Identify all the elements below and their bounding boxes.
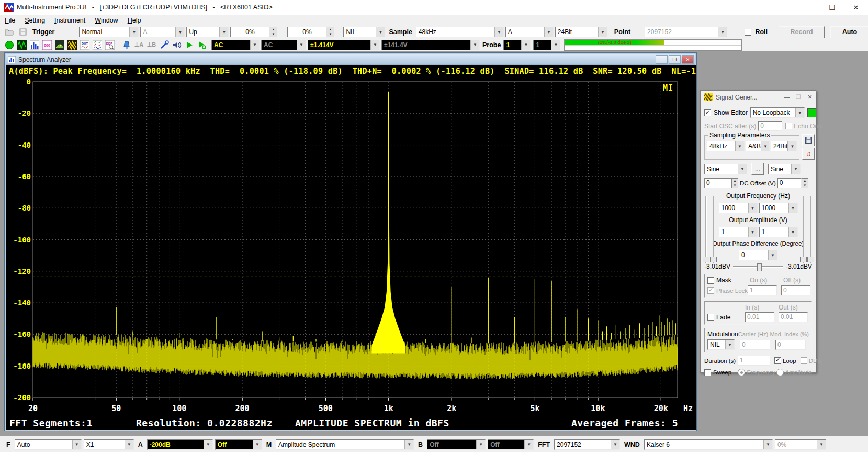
- child-close-button[interactable]: ✕: [682, 55, 694, 64]
- frequency-axis-combo[interactable]: Auto▼: [15, 439, 82, 450]
- spin-down-button[interactable]: ▼: [732, 183, 738, 188]
- ground-b-icon[interactable]: ⊥B: [145, 40, 157, 50]
- fade-checkbox[interactable]: [707, 314, 714, 321]
- chevron-down-icon[interactable]: ▼: [524, 440, 533, 449]
- menu-file[interactable]: File: [0, 16, 20, 25]
- trigger-delay-spinner[interactable]: 0%▲▼: [287, 27, 334, 37]
- freq-slider-a[interactable]: [702, 196, 709, 263]
- chevron-down-icon[interactable]: ▼: [297, 40, 306, 50]
- amplitude-a-combo[interactable]: 1▼: [719, 227, 758, 237]
- chevron-down-icon[interactable]: ▼: [817, 440, 826, 449]
- child-minimize-button[interactable]: –: [656, 55, 668, 64]
- panel-close-button[interactable]: ✕: [804, 94, 816, 101]
- echo-only-checkbox[interactable]: [785, 123, 792, 129]
- device-test-plan-icon[interactable]: DUT: [78, 40, 91, 50]
- chevron-down-icon[interactable]: ▼: [476, 440, 485, 449]
- auto-button[interactable]: Auto: [830, 26, 868, 38]
- chevron-down-icon[interactable]: ▼: [611, 440, 619, 449]
- chevron-down-icon[interactable]: ▼: [735, 141, 744, 151]
- chevron-down-icon[interactable]: ▼: [544, 27, 553, 37]
- chevron-down-icon[interactable]: ▼: [768, 250, 777, 260]
- coupling-b-combo[interactable]: AC▼: [261, 40, 306, 50]
- chevron-down-icon[interactable]: ▼: [763, 440, 772, 449]
- gen-channels-combo[interactable]: A&B▼: [746, 141, 770, 151]
- play-note-button[interactable]: ♫: [802, 148, 815, 160]
- start-osc-input[interactable]: 0: [758, 121, 782, 131]
- chevron-down-icon[interactable]: ▼: [253, 440, 262, 449]
- menu-setting[interactable]: Setting: [20, 16, 50, 25]
- save-signal-button[interactable]: [802, 134, 815, 146]
- gen-bits-combo[interactable]: 24Bit▼: [771, 141, 797, 151]
- gen-rate-combo[interactable]: 48kHz▼: [707, 141, 745, 151]
- trigger-level-spinner[interactable]: 0%▲▼: [230, 27, 277, 37]
- open-file-icon[interactable]: [3, 27, 15, 37]
- run-icon[interactable]: [183, 40, 195, 50]
- trigger-hpf-combo[interactable]: NIL▼: [343, 27, 385, 37]
- chevron-down-icon[interactable]: ▼: [125, 440, 133, 449]
- speaker-icon[interactable]: [171, 40, 183, 50]
- chevron-down-icon[interactable]: ▼: [494, 27, 503, 37]
- modulation-type-combo[interactable]: NIL▼: [707, 339, 735, 350]
- dc-offset-a-input[interactable]: 0: [704, 178, 731, 188]
- dds-checkbox[interactable]: [801, 357, 807, 364]
- spin-up-button[interactable]: ▲: [802, 179, 808, 183]
- a-range-combo[interactable]: -200dB▼: [147, 439, 213, 450]
- loop-checkbox[interactable]: [774, 357, 781, 364]
- overlap-combo[interactable]: 0%▼: [775, 439, 826, 450]
- derived-data-icon[interactable]: [91, 40, 103, 50]
- run-hot-icon[interactable]: [196, 40, 208, 50]
- ground-a-icon[interactable]: ⊥A: [133, 40, 145, 50]
- spin-up-button[interactable]: ▲: [269, 27, 277, 32]
- fade-out-input[interactable]: 0.01: [779, 312, 808, 322]
- chevron-down-icon[interactable]: ▼: [129, 27, 138, 37]
- chevron-down-icon[interactable]: ▼: [175, 27, 184, 37]
- view-mode-combo[interactable]: Amplitude Spectrum▼: [276, 439, 414, 450]
- chevron-down-icon[interactable]: ▼: [748, 227, 757, 237]
- b-filter-combo[interactable]: Off▼: [488, 439, 534, 450]
- chevron-down-icon[interactable]: ▼: [204, 440, 212, 449]
- spectrum-3d-plot-icon[interactable]: [53, 40, 65, 50]
- sample-rate-combo[interactable]: 48kHz▼: [416, 27, 504, 37]
- coupling-a-combo[interactable]: AC▼: [211, 40, 260, 50]
- signal-generator-titlebar[interactable]: Signal Gener... — ❐ ✕: [701, 91, 816, 104]
- record-button[interactable]: Record: [779, 26, 825, 38]
- spin-up-button[interactable]: ▲: [732, 179, 738, 183]
- mask-checkbox[interactable]: [707, 277, 714, 284]
- chevron-down-icon[interactable]: ▼: [748, 203, 757, 213]
- spectrum-window-titlebar[interactable]: Spectrum Analyzer – ❐ ✕: [6, 54, 695, 65]
- show-editor-checkbox[interactable]: [704, 109, 711, 116]
- ddp-viewer-icon[interactable]: DDP: [104, 40, 116, 50]
- mod-index-input[interactable]: 0: [775, 340, 806, 350]
- chevron-down-icon[interactable]: ▼: [788, 227, 797, 237]
- mask-off-input[interactable]: 0: [781, 285, 810, 295]
- chevron-down-icon[interactable]: ▼: [738, 164, 747, 174]
- frequency-a-combo[interactable]: 1000▼: [719, 203, 758, 213]
- menu-help[interactable]: Help: [123, 16, 146, 25]
- oscilloscope-icon[interactable]: [3, 40, 15, 50]
- chevron-down-icon[interactable]: ▼: [725, 340, 734, 349]
- chevron-down-icon[interactable]: ▼: [551, 40, 560, 50]
- trigger-source-combo[interactable]: A▼: [140, 27, 185, 37]
- spectrum-analyzer-icon[interactable]: [28, 40, 40, 50]
- mask-on-input[interactable]: 1: [748, 285, 777, 295]
- menu-window[interactable]: Window: [90, 16, 122, 25]
- minimize-button[interactable]: –: [796, 0, 820, 15]
- close-button[interactable]: ✕: [844, 0, 868, 15]
- chevron-down-icon[interactable]: ▼: [404, 440, 413, 449]
- balance-slider[interactable]: [733, 262, 783, 271]
- chevron-down-icon[interactable]: ▼: [250, 40, 259, 50]
- point-combo[interactable]: 2097152▼: [645, 27, 727, 37]
- range-a-combo[interactable]: ±1.414V▼: [308, 40, 380, 50]
- chevron-down-icon[interactable]: ▼: [521, 40, 530, 50]
- probe-calibration-icon[interactable]: [158, 40, 170, 50]
- waveform-a-combo[interactable]: Sine▼: [704, 164, 747, 174]
- amplitude-b-combo[interactable]: 1▼: [759, 227, 798, 237]
- phase-lock-checkbox[interactable]: [707, 287, 714, 294]
- maximize-button[interactable]: ☐: [820, 0, 844, 15]
- trigger-mode-combo[interactable]: Normal▼: [79, 27, 139, 37]
- spin-up-button[interactable]: ▲: [326, 27, 334, 32]
- duration-input[interactable]: 1: [738, 356, 770, 366]
- trigger-edge-combo[interactable]: Up▼: [186, 27, 229, 37]
- chevron-down-icon[interactable]: ▼: [718, 27, 727, 37]
- spin-down-button[interactable]: ▼: [326, 32, 334, 37]
